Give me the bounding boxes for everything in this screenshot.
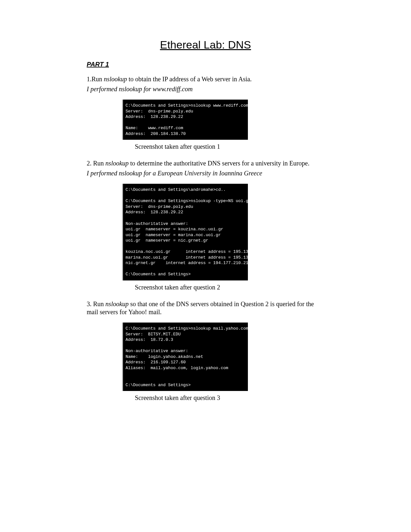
q1-prefix: 1.Run [87, 75, 104, 83]
q3-caption: Screenshot taken after question 3 [135, 394, 324, 402]
q2-cmd: nslookup [105, 160, 128, 167]
q1-text: 1.Run nslookup to obtain the IP address … [87, 75, 324, 83]
q3-prefix: 3. Run [87, 300, 105, 307]
q2-rest: to determine the authoritative DNS serve… [129, 160, 310, 167]
part-label: PART 1 [87, 61, 324, 68]
document-page: Ethereal Lab: DNS PART 1 1.Run nslookup … [51, 0, 360, 475]
q3-text: 3. Run nslookup so that one of the DNS s… [87, 300, 324, 316]
q3-terminal: C:\Documents and Settings>nslookup mail.… [122, 323, 248, 391]
q2-answer: I performed nslookup for a European Univ… [87, 169, 324, 177]
q2-caption: Screenshot taken after question 2 [135, 284, 324, 291]
q1-answer: I performed nslookup for www.rediff.com [87, 85, 324, 93]
q2-text: 2. Run nslookup to determine the authori… [87, 159, 324, 167]
q3-cmd: nslookup [105, 300, 128, 307]
q1-caption: Screenshot taken after question 1 [135, 143, 324, 150]
q2-prefix: 2. Run [87, 160, 105, 167]
page-title: Ethereal Lab: DNS [87, 39, 324, 51]
q2-terminal: C:\Documents and Settings\andromahe>cd..… [122, 184, 248, 280]
q1-terminal: C:\Documents and Settings>nslookup www.r… [122, 100, 248, 140]
q1-rest: to obtain the IP address of a Web server… [127, 75, 252, 83]
q1-cmd: nslookup [104, 75, 127, 83]
